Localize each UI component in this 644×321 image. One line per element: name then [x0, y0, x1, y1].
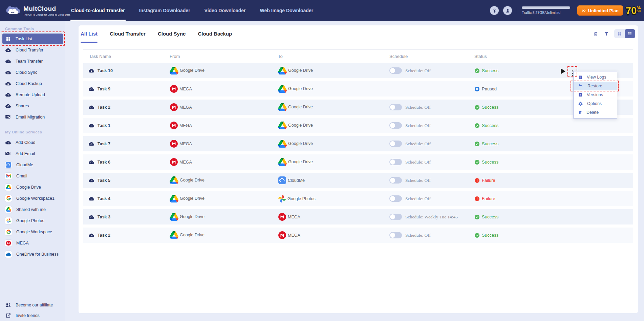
nav-item-cloud-to-cloud-transfer[interactable]: Cloud-to-cloud Transfer [70, 0, 126, 21]
cloudme-icon [278, 176, 286, 185]
sidebar-item-label: Cloud Transfer [16, 48, 43, 52]
sidebar-item-label: Add Cloud [16, 140, 35, 145]
sidebar-item-google-drive[interactable]: Google Drive [0, 181, 65, 193]
brand-logo[interactable]: MultCloud The Go-To Choice for Cloud-to-… [5, 4, 66, 17]
mega-icon [170, 121, 178, 130]
schedule-toggle[interactable] [389, 159, 402, 165]
sidebar-item-mega[interactable]: MEGA [0, 237, 65, 249]
task-backup-icon [88, 68, 94, 73]
sidebar-item-shared-with-me[interactable]: Shared with me [0, 204, 65, 215]
delete-tasks-button[interactable] [593, 31, 599, 37]
status-badge: Success [482, 123, 498, 128]
google-drive-icon [278, 85, 287, 93]
sidebar-item-onedrive-for-business[interactable]: OneDrive for Business [0, 249, 65, 260]
sidebar-item-label: Google Workspace [16, 230, 52, 234]
task-name: Task 5 [98, 178, 110, 183]
service-label: Google Drive [288, 141, 313, 146]
sidebar-item-label: CloudMe [16, 163, 33, 167]
status-badge: Success [482, 233, 498, 238]
schedule-toggle[interactable] [389, 177, 402, 184]
tab-cloud-sync[interactable]: Cloud Sync [158, 25, 186, 42]
nav-item-label: Video Downloader [205, 8, 246, 13]
schedule-toggle[interactable] [389, 67, 402, 74]
task-name: Task 4 [98, 196, 110, 201]
tab-bar: All ListCloud TransferCloud SyncCloud Ba… [79, 25, 638, 42]
sidebar-item-add-email[interactable]: Add Email [0, 148, 65, 159]
menu-item-versions[interactable]: Versions [574, 90, 617, 99]
task-transfer-icon [88, 196, 94, 201]
table-row: Task 1 MEGA Google Drive Schedule: Off S… [83, 118, 633, 133]
task-list-card: All ListCloud TransferCloud SyncCloud Ba… [79, 25, 638, 313]
menu-item-options[interactable]: Options [574, 99, 617, 108]
schedule-label: Schedule: Off [405, 105, 431, 110]
sidebar-item-team-transfer[interactable]: Team Transfer [0, 56, 65, 67]
menu-item-restore[interactable]: Restore [574, 82, 617, 90]
schedule-toggle[interactable] [389, 104, 402, 110]
schedule-label: Schedule: Off [405, 141, 431, 147]
sidebar-item-shares[interactable]: Shares [0, 100, 65, 111]
nav-item-web-image-downloader[interactable]: Web Image Downloader [259, 0, 314, 21]
cloudme-icon [5, 162, 12, 168]
sidebar-footer-become-our-affiliate[interactable]: Become our affiliate [0, 300, 65, 310]
google-drive-icon [5, 207, 12, 212]
service-chip [5, 229, 12, 235]
sidebar-item-cloud-transfer[interactable]: Cloud Transfer [0, 44, 65, 56]
sidebar-footer-invite-friends[interactable]: Invite friends [0, 310, 65, 321]
schedule-toggle[interactable] [389, 122, 402, 129]
sidebar-item-label: Gmail [16, 174, 27, 178]
unlimited-plan-button[interactable]: ∞ Unlimited Plan [577, 5, 623, 16]
nav-right: Traffic:8.27GB/Unlimited ∞ Unlimited Pla… [486, 5, 642, 16]
sidebar-item-label: Task List [16, 37, 32, 41]
sidebar-item-email-migration[interactable]: Email Migration [0, 111, 65, 123]
service-label: Google Drive [180, 68, 205, 73]
tab-cloud-transfer[interactable]: Cloud Transfer [110, 25, 146, 42]
remote-upload-icon [5, 92, 11, 98]
sidebar-section-title: Common Tools [0, 24, 65, 33]
sidebar-item-remote-upload[interactable]: Remote Upload [0, 89, 65, 100]
nav-item-video-downloader[interactable]: Video Downloader [204, 0, 246, 21]
account-button[interactable] [503, 6, 512, 15]
task-context-menu: View LogsRestoreVersionsOptionsDelete [573, 71, 617, 119]
schedule-toggle[interactable] [389, 232, 402, 238]
sidebar-item-google-photos[interactable]: Google Photos [0, 215, 65, 226]
google-drive-icon [278, 103, 287, 111]
menu-item-view-logs[interactable]: View Logs [574, 73, 617, 82]
status-success-icon [474, 159, 480, 165]
sidebar-item-add-cloud[interactable]: Add Cloud [0, 137, 65, 148]
service-label: Google Drive [288, 159, 313, 164]
nav-item-instagram-downloader[interactable]: Instagram Downloader [138, 0, 191, 21]
schedule-toggle[interactable] [389, 141, 402, 147]
cloud-backup-icon [5, 81, 11, 86]
grid-view-button[interactable] [614, 29, 625, 38]
filter-button[interactable] [604, 31, 609, 37]
sidebar-item-cloud-sync[interactable]: Cloud Sync [0, 67, 65, 78]
google-photos-icon [5, 218, 12, 223]
discount-value: 70 [625, 5, 637, 16]
list-view-icon [627, 31, 632, 36]
service-chip [5, 240, 12, 247]
sidebar-item-cloud-backup[interactable]: Cloud Backup [0, 78, 65, 89]
sidebar-item-label: Google Drive [16, 185, 41, 190]
schedule-toggle[interactable] [389, 214, 402, 220]
sidebar-item-google-workspace[interactable]: Google Workspace [0, 226, 65, 237]
run-task-button[interactable] [560, 68, 565, 76]
schedule-toggle[interactable] [389, 195, 402, 202]
menu-item-delete[interactable]: Delete [574, 108, 617, 117]
list-view-button[interactable] [625, 29, 635, 38]
traffic-meter: Traffic:8.27GB/Unlimited [522, 6, 572, 15]
table-row: Task 6 MEGA Google Drive Schedule: Off S… [83, 154, 633, 170]
list-toolbar [593, 29, 635, 38]
google-photos-icon [278, 195, 286, 203]
sidebar-item-task-list[interactable]: Task List [2, 34, 63, 44]
discount-percent: % [637, 6, 641, 10]
sidebar-item-label: Team Transfer [16, 59, 43, 64]
sidebar-item-google-workspace1[interactable]: Google Workspace1 [0, 193, 65, 204]
mega-icon [170, 140, 178, 148]
password-key-button[interactable] [490, 6, 499, 15]
task-name: Task 2 [98, 105, 110, 110]
traffic-label: Traffic:8.27GB/Unlimited [522, 10, 572, 15]
sidebar-item-gmail[interactable]: Gmail [0, 170, 65, 181]
sidebar-item-cloudme[interactable]: CloudMe [0, 159, 65, 170]
tab-cloud-backup[interactable]: Cloud Backup [198, 25, 232, 42]
tab-all-list[interactable]: All List [81, 25, 98, 42]
